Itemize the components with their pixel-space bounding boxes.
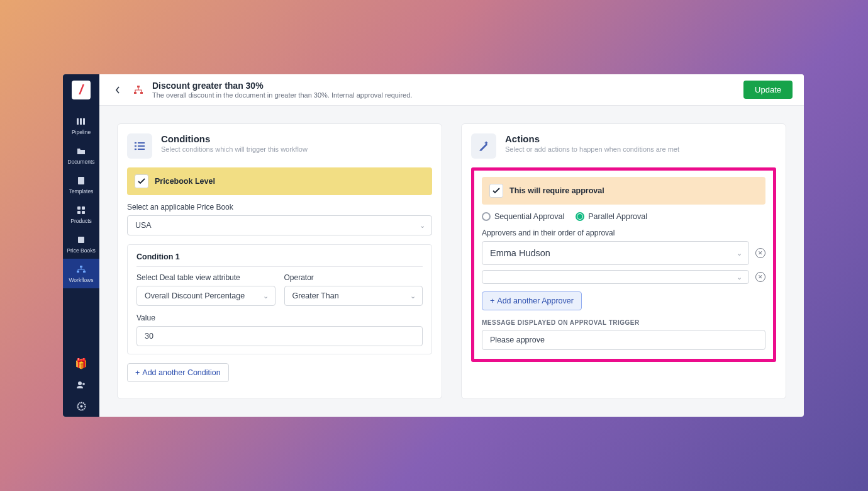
add-approver-button[interactable]: +Add another Approver [482, 291, 582, 310]
actions-panel: Actions Select or add actions to happen … [461, 123, 786, 399]
svg-rect-4 [77, 206, 81, 210]
svg-rect-3 [78, 177, 84, 184]
actions-title: Actions [505, 133, 679, 144]
actions-icon [471, 133, 496, 159]
svg-rect-2 [83, 118, 85, 125]
workflow-icon [132, 84, 145, 96]
radio-parallel[interactable]: Parallel Approval [576, 212, 647, 221]
approval-message-input[interactable] [482, 330, 765, 350]
sidebar-item-label: Price Books [67, 247, 95, 254]
svg-rect-16 [134, 92, 136, 94]
svg-rect-5 [82, 206, 85, 210]
chevron-down-icon: ⌄ [410, 292, 416, 300]
value-label: Value [136, 313, 423, 322]
sidebar-item-templates[interactable]: Templates [63, 170, 99, 200]
conditions-panel: Conditions Select conditions which will … [117, 123, 442, 399]
operator-label: Operator [284, 273, 423, 282]
sidebar-item-documents[interactable]: Documents [63, 140, 99, 170]
condition-title: Condition 1 [136, 252, 423, 267]
svg-rect-7 [82, 211, 85, 214]
svg-rect-11 [83, 271, 86, 273]
conditions-subtitle: Select conditions which will trigger thi… [161, 145, 308, 153]
operator-select[interactable]: Greater Than⌄ [284, 286, 423, 306]
plus-icon: + [135, 368, 140, 377]
page-subtitle: The overall discount in the document in … [152, 91, 736, 99]
plus-icon: + [490, 296, 494, 305]
sidebar-item-products[interactable]: Products [63, 200, 99, 229]
svg-point-20 [135, 149, 136, 150]
svg-rect-6 [77, 211, 81, 214]
svg-rect-1 [80, 118, 82, 125]
pricebook-field-label: Select an applicable Price Book [127, 203, 432, 212]
approval-bar-label: This will require approval [509, 186, 604, 195]
back-button[interactable] [111, 83, 125, 97]
svg-point-18 [135, 142, 136, 144]
condition-1-box: Condition 1 Select Deal table view attri… [127, 244, 432, 354]
workflows-icon [75, 264, 87, 275]
sidebar-item-workflows[interactable]: Workflows [63, 259, 99, 288]
sidebar-item-gift[interactable]: 🎁 [63, 353, 99, 374]
svg-point-12 [78, 381, 82, 385]
page-title: Discount greater than 30% [152, 81, 736, 91]
radio-icon [576, 212, 584, 221]
message-label: MESSAGE DISPLAYED ON APPROVAL TRIGGER [482, 319, 765, 326]
attribute-select[interactable]: Overall Discount Percentage⌄ [136, 286, 275, 306]
add-condition-button[interactable]: +Add another Condition [127, 363, 229, 382]
attribute-label: Select Deal table view attribute [136, 273, 275, 282]
radio-sequential[interactable]: Sequential Approval [482, 212, 564, 221]
templates-icon [75, 175, 87, 186]
sidebar-item-settings[interactable] [63, 395, 99, 417]
pricebook-level-bar: Pricebook Level [127, 167, 432, 195]
remove-approver-1[interactable]: ✕ [755, 248, 765, 258]
svg-rect-9 [80, 266, 82, 268]
approval-bar: This will require approval [482, 177, 765, 205]
svg-rect-8 [78, 237, 84, 243]
pricebook-checkbox[interactable] [135, 174, 148, 188]
radio-icon [482, 212, 491, 221]
sidebar-item-pipeline[interactable]: Pipeline [63, 111, 99, 140]
page-header: Discount greater than 30% The overall di… [99, 74, 804, 106]
approver-1-select[interactable]: Emma Hudson⌄ [482, 241, 749, 265]
svg-rect-15 [137, 86, 140, 87]
documents-icon [75, 145, 87, 157]
svg-rect-17 [140, 92, 143, 94]
sidebar-item-label: Templates [69, 188, 94, 195]
sidebar-item-label: Pipeline [72, 129, 91, 135]
main: Discount greater than 30% The overall di… [99, 74, 804, 417]
approver-2-select[interactable]: ⌄ [482, 270, 749, 284]
sidebar-item-adduser[interactable] [63, 374, 99, 395]
svg-rect-0 [77, 118, 79, 125]
user-plus-icon [75, 379, 87, 390]
pricebooks-icon [75, 234, 87, 246]
svg-rect-10 [77, 271, 79, 273]
conditions-title: Conditions [161, 133, 308, 144]
pipeline-icon [75, 116, 87, 127]
chevron-down-icon: ⌄ [737, 273, 742, 281]
approval-highlight: This will require approval Sequential Ap… [471, 167, 776, 362]
chevron-down-icon: ⌄ [263, 292, 269, 300]
app-logo: / [72, 81, 91, 99]
chevron-down-icon: ⌄ [737, 249, 742, 257]
gift-icon: 🎁 [75, 358, 87, 369]
svg-point-14 [80, 405, 82, 407]
sidebar: / Pipeline Documents Templates Products … [63, 74, 99, 417]
value-input[interactable] [136, 326, 423, 346]
sidebar-item-label: Products [70, 218, 92, 224]
pricebook-select[interactable]: USA⌄ [127, 215, 432, 235]
sidebar-item-label: Workflows [69, 277, 93, 283]
actions-subtitle: Select or add actions to happen when con… [505, 145, 679, 153]
svg-point-19 [135, 145, 136, 147]
gear-icon [75, 400, 87, 412]
update-button[interactable]: Update [743, 81, 793, 99]
approvers-label: Approvers and in their order of approval [482, 229, 765, 237]
sidebar-item-label: Documents [68, 159, 95, 165]
approval-checkbox[interactable] [489, 184, 503, 198]
products-icon [75, 205, 87, 216]
pricebook-level-label: Pricebook Level [155, 177, 215, 186]
conditions-icon [127, 133, 152, 159]
chevron-down-icon: ⌄ [420, 222, 425, 230]
sidebar-item-pricebooks[interactable]: Price Books [63, 229, 99, 259]
remove-approver-2[interactable]: ✕ [755, 272, 765, 282]
